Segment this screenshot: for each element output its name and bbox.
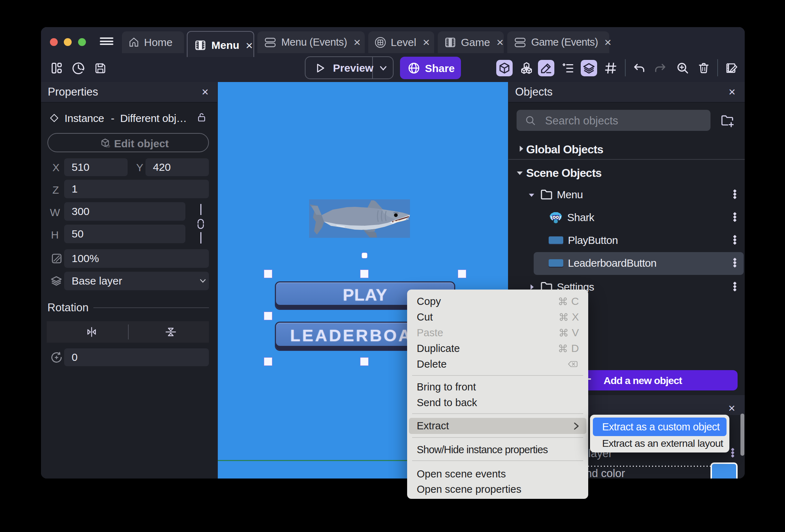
svg-text:2D: 2D <box>106 144 110 148</box>
